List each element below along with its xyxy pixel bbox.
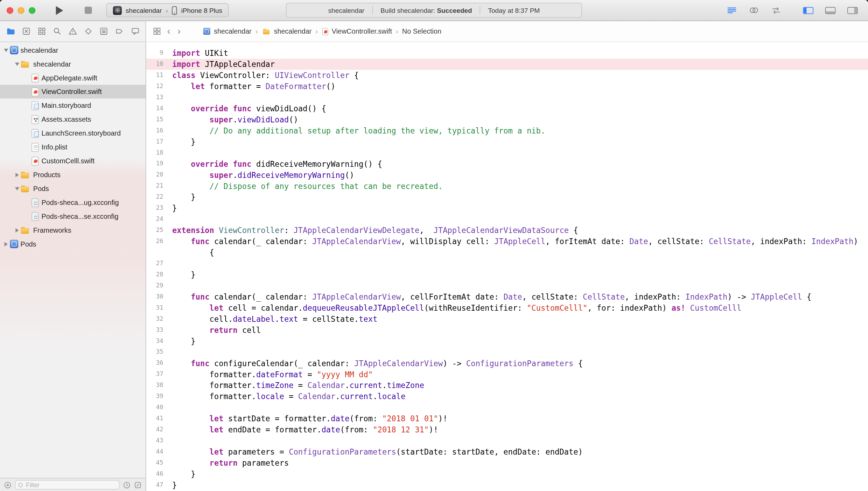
standard-editor-button[interactable] bbox=[723, 3, 741, 17]
code-line[interactable]: 22 } bbox=[146, 192, 868, 203]
navigator-row[interactable]: Main.storyboard bbox=[0, 98, 146, 112]
line-number[interactable]: 18 bbox=[146, 147, 172, 158]
code-line[interactable]: { bbox=[146, 247, 868, 258]
code-line[interactable]: 36 func configureCalendar(_ calendar: JT… bbox=[146, 358, 868, 369]
code-line[interactable]: 30 func calendar(_ calendar: JTAppleCale… bbox=[146, 291, 868, 302]
code-line[interactable]: 34 } bbox=[146, 336, 868, 347]
line-number[interactable]: 17 bbox=[146, 136, 172, 147]
code-line[interactable]: 26 func calendar(_ calendar: JTAppleCale… bbox=[146, 236, 868, 247]
code-line[interactable]: 47} bbox=[146, 480, 868, 491]
navigator-row[interactable]: LaunchScreen.storyboard bbox=[0, 126, 146, 140]
navigator-row[interactable]: ViewController.swift bbox=[0, 85, 146, 98]
line-number[interactable]: 28 bbox=[146, 269, 172, 280]
code-line[interactable]: 25extension ViewController: JTAppleCalen… bbox=[146, 225, 868, 236]
breadcrumb-item[interactable]: No Selection bbox=[402, 27, 441, 35]
line-number[interactable]: 27 bbox=[146, 258, 172, 269]
navigator-row[interactable]: Pods bbox=[0, 237, 146, 251]
zoom-button[interactable] bbox=[29, 7, 35, 14]
line-number[interactable]: 29 bbox=[146, 280, 172, 291]
find-navigator-icon[interactable] bbox=[51, 25, 64, 38]
navigator-row[interactable]: AppDelegate.swift bbox=[0, 71, 146, 85]
navigator-row[interactable]: Pods-sheca...ug.xcconfig bbox=[0, 196, 146, 209]
navigator-row[interactable]: Pods-sheca...se.xcconfig bbox=[0, 209, 146, 223]
navigator-row[interactable]: Frameworks bbox=[0, 223, 146, 237]
debug-navigator-icon[interactable] bbox=[97, 25, 111, 38]
navigator-row[interactable]: Assets.xcassets bbox=[0, 112, 146, 126]
line-number[interactable]: 40 bbox=[146, 402, 172, 413]
minimize-button[interactable] bbox=[18, 7, 24, 14]
code-line[interactable]: 41 let startDate = formatter.date(from: … bbox=[146, 413, 868, 424]
test-navigator-icon[interactable] bbox=[82, 25, 95, 38]
navigator-panel-button[interactable] bbox=[799, 3, 817, 17]
code-line[interactable]: 42 let endDate = formatter.date(from: "2… bbox=[146, 424, 868, 435]
line-number[interactable]: 47 bbox=[146, 480, 172, 491]
code-line[interactable]: 28 } bbox=[146, 269, 868, 280]
code-line[interactable]: 14 override func viewDidLoad() { bbox=[146, 103, 868, 114]
line-number[interactable]: 11 bbox=[146, 70, 172, 81]
code-line[interactable]: 44 let parameters = ConfigurationParamet… bbox=[146, 446, 868, 457]
line-number[interactable]: 15 bbox=[146, 114, 172, 125]
source-control-navigator-icon[interactable] bbox=[19, 25, 33, 38]
code-line[interactable]: 33 return cell bbox=[146, 325, 868, 336]
line-number[interactable]: 13 bbox=[146, 92, 172, 103]
line-number[interactable]: 46 bbox=[146, 468, 172, 480]
code-line[interactable]: 17 } bbox=[146, 136, 868, 147]
code-line[interactable]: 31 let cell = calendar.dequeueReusableJT… bbox=[146, 302, 868, 313]
inspector-panel-button[interactable] bbox=[844, 3, 861, 17]
code-line[interactable]: 43 bbox=[146, 435, 868, 446]
line-number[interactable]: 33 bbox=[146, 325, 172, 336]
breadcrumb-item[interactable]: shecalendar bbox=[262, 27, 312, 36]
navigator-row[interactable]: shecalendar bbox=[0, 43, 146, 57]
code-line[interactable]: 24 bbox=[146, 214, 868, 225]
line-number[interactable]: 39 bbox=[146, 391, 172, 402]
debug-panel-button[interactable] bbox=[822, 3, 839, 17]
line-number[interactable]: 22 bbox=[146, 192, 172, 203]
stop-button[interactable] bbox=[81, 3, 95, 17]
navigator-row[interactable]: Products bbox=[0, 168, 146, 182]
report-navigator-icon[interactable] bbox=[128, 25, 141, 38]
filter-field[interactable] bbox=[15, 480, 120, 490]
issue-navigator-icon[interactable] bbox=[66, 25, 79, 38]
line-number[interactable]: 25 bbox=[146, 225, 172, 236]
code-line[interactable]: 23} bbox=[146, 203, 868, 214]
project-navigator-icon[interactable] bbox=[4, 25, 17, 38]
code-line[interactable]: 16 // Do any additional setup after load… bbox=[146, 125, 868, 136]
symbol-navigator-icon[interactable] bbox=[35, 25, 48, 38]
disclosure-triangle[interactable] bbox=[2, 242, 9, 246]
code-line[interactable]: 9import UIKit bbox=[146, 48, 868, 59]
version-editor-button[interactable] bbox=[767, 3, 785, 17]
line-number[interactable]: 36 bbox=[146, 358, 172, 369]
code-line[interactable]: 11class ViewController: UIViewController… bbox=[146, 70, 868, 81]
line-number[interactable]: 43 bbox=[146, 435, 172, 446]
line-number[interactable]: 26 bbox=[146, 236, 172, 247]
line-number[interactable]: 9 bbox=[146, 48, 172, 59]
line-number[interactable]: 23 bbox=[146, 203, 172, 214]
code-line[interactable]: 35 bbox=[146, 347, 868, 358]
code-line[interactable]: 46 } bbox=[146, 468, 868, 480]
disclosure-triangle[interactable] bbox=[13, 172, 20, 177]
line-number[interactable]: 41 bbox=[146, 413, 172, 424]
line-number[interactable]: 30 bbox=[146, 291, 172, 302]
line-number[interactable]: 42 bbox=[146, 424, 172, 435]
code-line[interactable]: 45 return parameters bbox=[146, 457, 868, 468]
navigator-row[interactable]: CustomCelll.swift bbox=[0, 154, 146, 168]
related-items-icon[interactable] bbox=[153, 27, 161, 35]
code-line[interactable]: 19 override func didReceiveMemoryWarning… bbox=[146, 158, 868, 170]
code-line[interactable]: 13 bbox=[146, 92, 868, 103]
line-number[interactable]: 34 bbox=[146, 336, 172, 347]
code-line[interactable]: 40 bbox=[146, 402, 868, 413]
line-number[interactable]: 12 bbox=[146, 81, 172, 92]
line-number[interactable]: 21 bbox=[146, 181, 172, 192]
line-number[interactable]: 37 bbox=[146, 369, 172, 380]
code-line[interactable]: 12 let formatter = DateFormatter() bbox=[146, 81, 868, 92]
disclosure-triangle[interactable] bbox=[13, 228, 20, 232]
code-line[interactable]: 20 super.didReceiveMemoryWarning() bbox=[146, 170, 868, 181]
recent-files-icon[interactable] bbox=[123, 481, 131, 489]
code-line[interactable]: 38 formatter.timeZone = Calendar.current… bbox=[146, 380, 868, 391]
disclosure-triangle[interactable] bbox=[2, 49, 9, 52]
line-number[interactable]: 19 bbox=[146, 158, 172, 170]
code-line[interactable]: 18 bbox=[146, 147, 868, 158]
navigator-row[interactable]: Pods bbox=[0, 182, 146, 196]
forward-button[interactable]: › bbox=[176, 27, 182, 36]
line-number[interactable]: 38 bbox=[146, 380, 172, 391]
